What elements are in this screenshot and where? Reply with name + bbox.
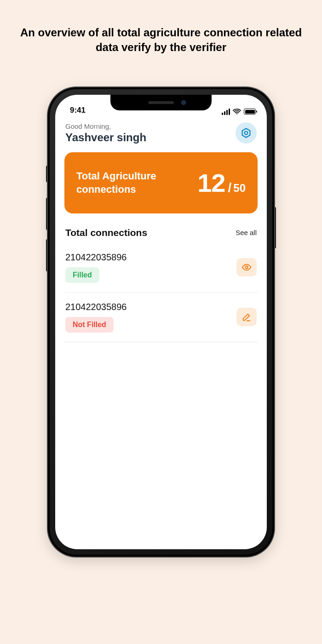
wifi-icon	[233, 109, 241, 115]
settings-button[interactable]	[236, 122, 257, 144]
total-connections-card: Total Agriculture connections 12 / 50	[64, 152, 258, 213]
phone-camera	[181, 100, 186, 105]
greeting-block: Good Morning, Yashveer singh	[65, 122, 146, 144]
list-item[interactable]: 210422035896 Filled	[64, 243, 258, 293]
page-title: An overview of all total agriculture con…	[0, 0, 322, 55]
see-all-link[interactable]: See all	[236, 229, 257, 236]
hero-label: Total Agriculture connections	[76, 169, 173, 196]
svg-point-1	[245, 266, 248, 269]
hero-count-current: 12	[197, 168, 225, 198]
cellular-signal-icon	[222, 109, 230, 115]
status-time: 9:41	[68, 106, 86, 115]
phone-notch	[110, 95, 212, 110]
connection-id: 210422035896	[65, 302, 126, 312]
hero-count-total: 50	[233, 182, 246, 195]
greeting-text: Good Morning,	[65, 122, 146, 130]
hero-count: 12 / 50	[197, 168, 246, 198]
eye-icon	[242, 262, 252, 272]
phone-screen: 9:41 Good Morning,	[55, 95, 267, 549]
edit-button[interactable]	[236, 308, 257, 326]
svg-point-0	[245, 132, 248, 135]
status-badge: Filled	[65, 267, 99, 283]
section-title: Total connections	[65, 227, 147, 238]
status-badge: Not Filled	[65, 317, 114, 333]
edit-icon	[242, 312, 252, 322]
phone-mockup: 9:41 Good Morning,	[48, 87, 274, 557]
connection-id: 210422035896	[65, 252, 126, 263]
hero-count-separator: /	[228, 180, 232, 195]
view-button[interactable]	[236, 258, 257, 276]
status-icons	[222, 109, 256, 115]
user-name: Yashveer singh	[65, 131, 146, 144]
settings-gear-icon	[240, 127, 252, 139]
battery-icon	[244, 109, 256, 115]
list-item[interactable]: 210422035896 Not Filled	[64, 293, 258, 342]
connections-list: 210422035896 Filled 210422035896 Not Fil…	[64, 243, 258, 342]
phone-speaker	[148, 101, 174, 104]
